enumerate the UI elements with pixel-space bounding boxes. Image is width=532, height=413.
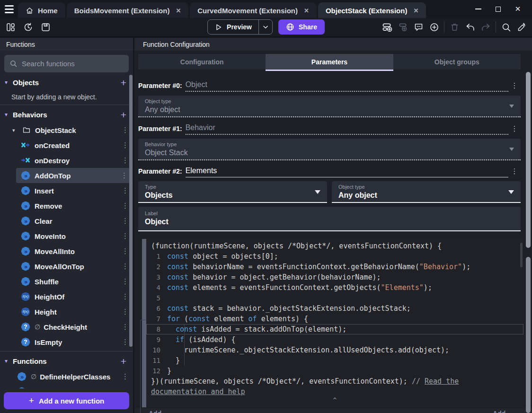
kebab-menu-icon[interactable]: ⋮: [508, 167, 521, 177]
tab-curvedmovement-extension[interactable]: CurvedMovement (Extension)✕: [190, 2, 317, 18]
code-line-10[interactable]: 10 runtimeScene._objectStackExtension.al…: [146, 345, 523, 355]
kebab-menu-icon[interactable]: ⋮: [122, 186, 128, 195]
add-icon[interactable]: +: [121, 110, 126, 120]
pen-icon[interactable]: [516, 21, 527, 33]
function-item-checkheight[interactable]: ?∅CheckHeight ⋮: [0, 319, 133, 334]
kebab-menu-icon[interactable]: ⋮: [122, 292, 128, 301]
caret-down-icon[interactable]: ▾: [5, 111, 13, 118]
menu-hamburger-icon[interactable]: [0, 0, 18, 18]
code-line-7[interactable]: 7for (const element of elements) {: [146, 314, 523, 324]
close-icon[interactable]: ✕: [176, 7, 181, 14]
function-item-addontop[interactable]: »AddOnTop ⋮: [16, 168, 130, 183]
add-new-function-button[interactable]: + Add a new function: [4, 392, 129, 409]
code-line-6[interactable]: 6const stack = behavior._objectStackExte…: [146, 303, 523, 314]
tab-boidsmovement-extension[interactable]: BoidsMovement (Extension)✕: [67, 2, 189, 18]
section-objects[interactable]: ▾ Objects +: [0, 74, 133, 90]
function-item-oncreated[interactable]: onCreated ⋮: [0, 138, 133, 153]
text-field-label[interactable]: Label Object: [138, 207, 521, 231]
code-line-2[interactable]: 2const behaviorName = eventsFunctionCont…: [146, 262, 523, 272]
add-icon[interactable]: +: [121, 78, 126, 88]
add-event-icon[interactable]: [381, 21, 393, 33]
kebab-menu-icon[interactable]: ⋮: [122, 262, 128, 271]
section-functions[interactable]: ▾ Functions +: [0, 353, 133, 369]
kebab-menu-icon[interactable]: ⋮: [122, 277, 128, 286]
caret-down-icon[interactable]: ▾: [5, 358, 13, 364]
function-item-heightof[interactable]: f(x)HeightOf ⋮: [0, 289, 133, 304]
function-item-containsbetween[interactable]: ?ContainsBetween ⋮: [0, 384, 133, 388]
code-line-12[interactable]: 12}: [146, 366, 523, 376]
search-functions-box[interactable]: [4, 55, 129, 72]
caret-down-icon[interactable]: ▾: [12, 127, 18, 133]
kebab-menu-icon[interactable]: ⋮: [122, 308, 128, 316]
kebab-menu-icon[interactable]: ⋮: [122, 323, 128, 331]
dropdown-object-type[interactable]: Object type Any object: [138, 96, 521, 117]
history-icon[interactable]: [22, 21, 34, 33]
tab-object-groups[interactable]: Object groups: [393, 54, 521, 70]
code-line-1[interactable]: 1const object = objects[0];: [146, 251, 523, 262]
kebab-menu-icon[interactable]: ⋮: [122, 156, 128, 165]
parameter-name-field[interactable]: Elements: [186, 167, 508, 177]
add-icon[interactable]: +: [121, 356, 126, 366]
kebab-menu-icon[interactable]: ⋮: [508, 81, 521, 92]
function-item-moveallontop[interactable]: »MoveAllOnTop ⋮: [0, 259, 133, 274]
kebab-menu-icon[interactable]: ⋮: [122, 247, 128, 255]
function-item-clear[interactable]: »Clear ⋮: [0, 213, 133, 228]
caret-down-icon[interactable]: ▾: [5, 79, 13, 86]
share-button[interactable]: Share: [278, 19, 325, 35]
save-icon[interactable]: [40, 21, 51, 33]
sidebar-scrollbar[interactable]: [129, 75, 133, 347]
function-item-height[interactable]: f(x)Height ⋮: [0, 304, 133, 319]
kebab-menu-icon[interactable]: ⋮: [122, 232, 128, 240]
kebab-menu-icon[interactable]: ⋮: [508, 124, 521, 135]
code-line-9[interactable]: 9 if (isAdded) {: [146, 334, 523, 345]
kebab-menu-icon[interactable]: ⋮: [122, 217, 128, 225]
kebab-menu-icon[interactable]: ⋮: [122, 338, 128, 346]
search-functions-input[interactable]: [22, 60, 124, 68]
code-editor[interactable]: (function(runtimeScene, objects /*Object…: [146, 239, 523, 407]
code-line-3[interactable]: 3const behavior = object.getBehavior(beh…: [146, 272, 523, 282]
close-icon[interactable]: ✕: [304, 7, 309, 14]
code-line-11[interactable]: 11 }: [146, 355, 523, 366]
kebab-menu-icon[interactable]: ⋮: [122, 202, 128, 210]
kebab-menu-icon[interactable]: ⋮: [122, 126, 128, 134]
event-drag-handle[interactable]: [142, 239, 146, 407]
function-item-remove[interactable]: »Remove ⋮: [0, 198, 133, 213]
preview-dropdown-button[interactable]: [259, 24, 272, 30]
dropdown-object-type[interactable]: Object type Any object: [332, 181, 521, 203]
dropdown-behavior-type[interactable]: Behavior type Object Stack: [138, 139, 521, 160]
folder-objectstack[interactable]: ▾ ObjectStack ⋮: [0, 123, 133, 138]
function-item-moveallinto[interactable]: »MoveAllInto ⋮: [0, 244, 133, 259]
function-item-definehelperclasses[interactable]: »∅DefineHelperClasses ⋮: [0, 369, 133, 384]
code-editor-scrollbar[interactable]: [520, 243, 523, 267]
undo-icon[interactable]: [464, 21, 476, 33]
circle-plus-icon[interactable]: [428, 21, 440, 33]
panels-icon[interactable]: [5, 21, 16, 33]
minimize-button[interactable]: [471, 3, 485, 15]
preview-button[interactable]: Preview: [207, 19, 273, 35]
kebab-menu-icon[interactable]: ⋮: [121, 171, 127, 180]
tab-home[interactable]: Home: [18, 2, 65, 18]
kebab-menu-icon[interactable]: ⋮: [122, 141, 128, 149]
events-scrollbar[interactable]: [526, 257, 531, 413]
parameters-scrollbar[interactable]: [526, 72, 531, 248]
tab-objectstack-extension[interactable]: ObjectStack (Extension)✕: [318, 2, 426, 18]
function-item-shuffle[interactable]: »Shuffle ⋮: [0, 274, 133, 289]
section-behaviors[interactable]: ▾ Behaviors +: [0, 106, 133, 123]
kebab-menu-icon[interactable]: ⋮: [122, 372, 128, 381]
dropdown-type[interactable]: Type Objects: [138, 181, 327, 203]
tab-parameters[interactable]: Parameters: [266, 54, 393, 70]
kebab-menu-icon[interactable]: ⋮: [122, 387, 128, 388]
function-item-insert[interactable]: »Insert ⋮: [0, 183, 133, 198]
close-icon[interactable]: ✕: [413, 7, 418, 14]
close-button[interactable]: ✕: [511, 3, 524, 15]
search-icon[interactable]: [500, 21, 512, 33]
code-line-8[interactable]: 8 const isAdded = stack.addOnTop(element…: [146, 324, 523, 334]
function-item-moveinto[interactable]: »MoveInto ⋮: [0, 228, 133, 244]
add-link-partial[interactable]: Add...: [149, 410, 167, 413]
comment-icon[interactable]: [413, 21, 424, 33]
function-item-isempty[interactable]: ?IsEmpty ⋮: [0, 334, 133, 350]
expand-editor-icon[interactable]: ^: [146, 397, 523, 404]
tab-configuration[interactable]: Configuration: [138, 54, 266, 70]
maximize-button[interactable]: [491, 3, 505, 15]
add-link-partial[interactable]: Add...: [493, 410, 511, 413]
